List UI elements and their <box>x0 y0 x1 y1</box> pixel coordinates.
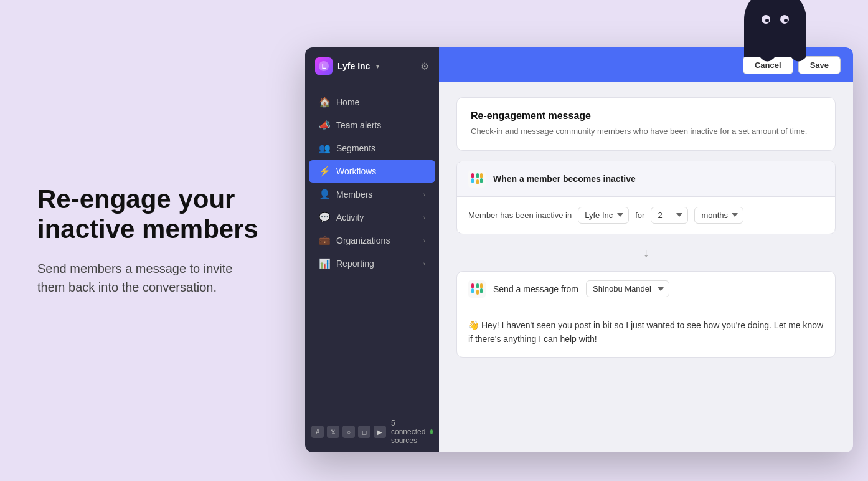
sidebar-item-members[interactable]: 👤 Members › <box>309 183 435 206</box>
trigger-card: When a member becomes inactive Member ha… <box>456 161 836 234</box>
sidebar-nav: 🏠 Home 📣 Team alerts 👥 Segments <box>305 85 439 411</box>
svg-rect-18 <box>476 290 479 295</box>
connection-status-dot <box>430 429 433 434</box>
sidebar-item-label: Members <box>336 189 372 199</box>
sidebar-footer: # 𝕏 ○ ◻ ▶ 5 connected sources <box>305 411 439 452</box>
svg-rect-21 <box>480 283 483 288</box>
svg-rect-8 <box>468 170 486 188</box>
svg-rect-9 <box>471 178 474 183</box>
sidebar-item-organizations[interactable]: 💼 Organizations › <box>309 229 435 252</box>
sidebar-item-label: Home <box>336 97 359 107</box>
number-select[interactable]: 2 1 3 6 <box>651 207 688 224</box>
chevron-right-icon: › <box>423 237 425 244</box>
sidebar-header: L Lyfe Inc ▾ ⚙ <box>305 47 439 85</box>
chevron-right-icon: › <box>423 214 425 221</box>
sender-select[interactable]: Shinobu Mandel Other Member <box>586 280 669 297</box>
svg-text:L: L <box>322 62 326 70</box>
sidebar-item-label: Organizations <box>336 236 390 245</box>
send-message-label: Send a message from <box>493 284 578 294</box>
message-text: 👋 Hey! I haven't seen you post in bit so… <box>468 318 824 346</box>
hero-heading: Re-engage your inactive members <box>37 184 262 245</box>
chevron-right-icon: › <box>423 260 425 267</box>
sidebar-item-label: Segments <box>336 143 375 153</box>
ghost-icon <box>735 0 816 66</box>
slack-icon-2 <box>468 280 486 298</box>
workflows-icon: ⚡ <box>319 166 330 177</box>
sidebar-item-home[interactable]: 🏠 Home <box>309 91 435 113</box>
inactive-label: Member has been inactive in <box>468 211 572 220</box>
source-icon-4: ◻ <box>358 426 370 438</box>
sidebar-item-team-alerts[interactable]: 📣 Team alerts <box>309 114 435 136</box>
gear-icon[interactable]: ⚙ <box>420 60 429 72</box>
source-icon-3: ○ <box>342 426 355 438</box>
svg-rect-16 <box>471 288 474 293</box>
svg-point-5 <box>784 19 788 22</box>
unit-select[interactable]: months weeks days <box>694 207 743 224</box>
svg-rect-14 <box>480 173 483 178</box>
reengagement-card: Re-engagement message Check-in and messa… <box>456 97 836 151</box>
chevron-right-icon: › <box>423 191 425 198</box>
hero-description: Send members a message to invite them ba… <box>37 259 262 297</box>
trigger-header: When a member becomes inactive <box>457 161 835 197</box>
workspace-chevron-icon: ▾ <box>376 63 379 70</box>
message-header: Send a message from Shinobu Mandel Other… <box>457 272 835 307</box>
sidebar-item-label: Activity <box>336 212 364 222</box>
sidebar-item-label: Workflows <box>336 166 376 176</box>
home-icon: 🏠 <box>319 97 330 108</box>
svg-rect-13 <box>480 178 483 183</box>
source-icon-5: ▶ <box>374 426 386 438</box>
connected-sources-label: 5 connected sources <box>391 419 427 445</box>
reengagement-description: Check-in and message community members w… <box>471 125 821 138</box>
trigger-body: Member has been inactive in Lyfe Inc for… <box>457 197 835 234</box>
reporting-icon: 📊 <box>319 258 330 269</box>
left-panel: Re-engage your inactive members Send mem… <box>0 147 299 335</box>
source-icon-2: 𝕏 <box>327 426 339 438</box>
sidebar-item-segments[interactable]: 👥 Segments <box>309 137 435 160</box>
flow-arrow: ↓ <box>456 244 836 261</box>
main-body: Re-engagement message Check-in and messa… <box>439 82 853 452</box>
reengagement-title: Re-engagement message <box>471 110 821 121</box>
segments-icon: 👥 <box>319 143 330 154</box>
sidebar-item-label: Team alerts <box>336 120 381 130</box>
svg-rect-20 <box>480 288 483 293</box>
workspace-logo: L <box>315 57 333 75</box>
organizations-icon: 💼 <box>319 235 330 246</box>
team-alerts-icon: 📣 <box>319 120 330 131</box>
svg-rect-15 <box>468 280 486 298</box>
svg-point-4 <box>765 19 769 22</box>
workspace-select[interactable]: Lyfe Inc <box>578 207 629 224</box>
svg-rect-1 <box>744 19 806 57</box>
source-icon-1: # <box>311 426 324 438</box>
app-container: L Lyfe Inc ▾ ⚙ 🏠 Home 📣 Team alerts <box>305 47 853 452</box>
svg-rect-11 <box>476 179 479 184</box>
trigger-title: When a member becomes inactive <box>493 174 636 184</box>
svg-rect-10 <box>476 173 479 178</box>
svg-rect-17 <box>476 283 479 288</box>
members-icon: 👤 <box>319 189 330 200</box>
svg-rect-19 <box>471 283 474 288</box>
footer-source-icons: # 𝕏 ○ ◻ ▶ <box>311 426 386 438</box>
message-card: Send a message from Shinobu Mandel Other… <box>456 271 836 358</box>
sidebar-item-label: Reporting <box>336 259 374 269</box>
sidebar-item-activity[interactable]: 💬 Activity › <box>309 206 435 229</box>
main-content: Cancel Save Re-engagement message Check-… <box>439 47 853 452</box>
slack-icon <box>468 170 486 188</box>
sidebar-item-workflows[interactable]: ⚡ Workflows <box>309 160 435 183</box>
sidebar-item-reporting[interactable]: 📊 Reporting › <box>309 252 435 275</box>
sidebar: L Lyfe Inc ▾ ⚙ 🏠 Home 📣 Team alerts <box>305 47 439 452</box>
workspace-info[interactable]: L Lyfe Inc ▾ <box>315 57 379 75</box>
for-label: for <box>635 211 644 220</box>
message-body: 👋 Hey! I haven't seen you post in bit so… <box>457 307 835 358</box>
svg-rect-12 <box>471 173 474 178</box>
activity-icon: 💬 <box>319 212 330 223</box>
workspace-name: Lyfe Inc <box>337 61 370 71</box>
